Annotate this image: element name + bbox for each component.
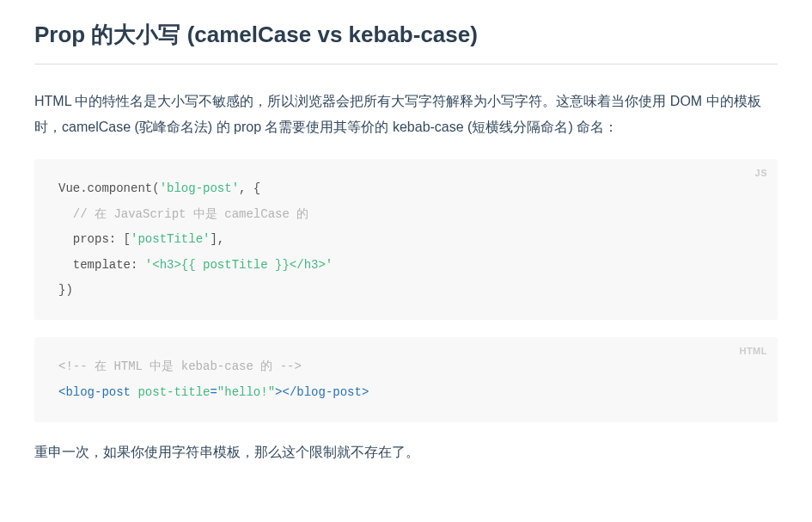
code-block-html: HTML <!-- 在 HTML 中是 kebab-case 的 --> <bl… [34,337,778,422]
closing-paragraph: 重申一次，如果你使用字符串模板，那么这个限制就不存在了。 [34,439,778,465]
code-lang-label: HTML [739,344,767,359]
code-lang-label: JS [755,166,767,181]
section-heading: Prop 的大小写 (camelCase vs kebab-case) [34,17,778,64]
code-block-js: JS Vue.component('blog-post', { // 在 Jav… [34,159,778,320]
intro-paragraph: HTML 中的特性名是大小写不敏感的，所以浏览器会把所有大写字符解释为小写字符。… [34,89,778,141]
code-content-js: Vue.component('blog-post', { // 在 JavaSc… [58,176,754,303]
code-content-html: <!-- 在 HTML 中是 kebab-case 的 --> <blog-po… [58,354,754,405]
